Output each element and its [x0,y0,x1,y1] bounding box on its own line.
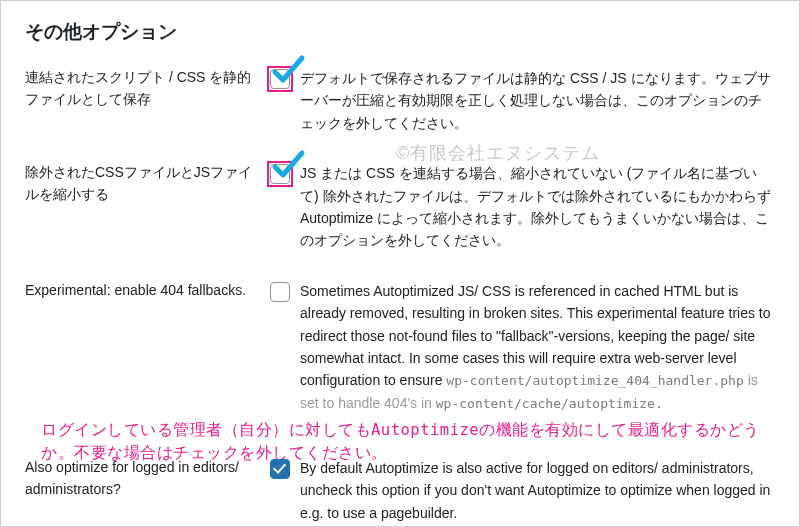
option-desc: By default Autoptimize is also active fo… [300,457,775,524]
code-text: wp-content/cache/autoptimize. [436,396,663,411]
checkbox-404-fallback[interactable] [270,282,290,302]
section-title: その他オプション [25,19,775,45]
option-row-minify-excluded: 除外されたCSSファイルとJSファイルを縮小する JS または CSS を連結す… [25,162,775,252]
checkbox-optimize-admin[interactable] [270,459,290,479]
option-row-optimize-admin: Also optimize for logged in editors/ adm… [25,457,775,524]
annotation-text: ログインしている管理者（自分）に対してもAutoptimizeの機能を有効にして… [41,419,787,466]
option-desc: JS または CSS を連結する場合、縮小されていない (ファイル名に基づいて)… [300,162,775,252]
checkbox-save-static[interactable] [270,69,290,89]
option-row-404-fallback: Experimental: enable 404 fallbacks. Some… [25,280,775,415]
option-row-save-static: 連結されたスクリプト / CSS を静的ファイルとして保存 デフォルトで保存され… [25,67,775,134]
option-desc: デフォルトで保存されるファイルは静的な CSS / JS になります。ウェブサー… [300,67,775,134]
option-desc: Sometimes Autoptimized JS/ CSS is refere… [300,280,775,415]
code-text: wp-content/autoptimize_404_handler.php [446,373,743,388]
option-label: 除外されたCSSファイルとJSファイルを縮小する [25,162,270,205]
option-label: 連結されたスクリプト / CSS を静的ファイルとして保存 [25,67,270,110]
checkbox-minify-excluded[interactable] [270,164,290,184]
option-label: Experimental: enable 404 fallbacks. [25,280,270,302]
